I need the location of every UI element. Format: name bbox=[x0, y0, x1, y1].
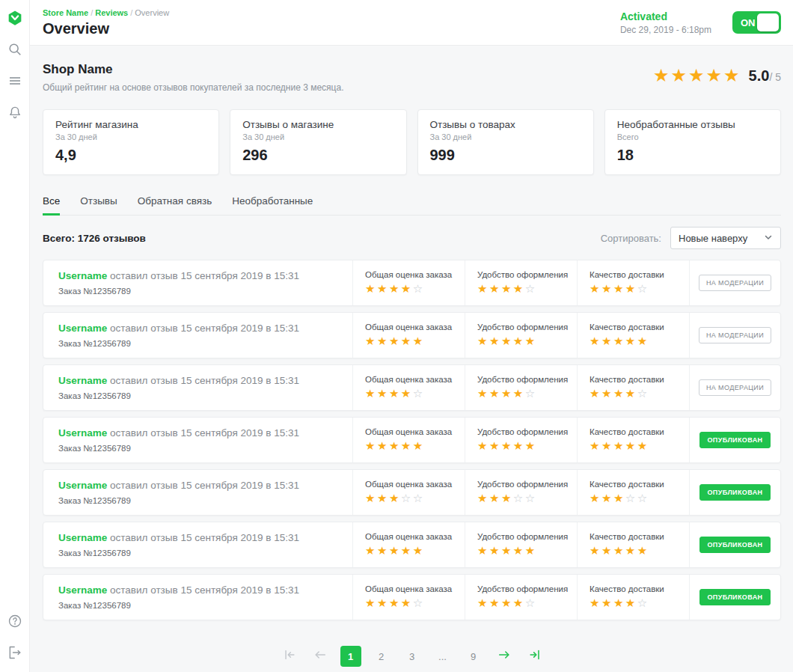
rating-column: Общая оценка заказа ★★★★☆ bbox=[352, 575, 465, 620]
star-filled-icon: ★ bbox=[501, 282, 513, 295]
star-filled-icon: ★ bbox=[613, 596, 625, 609]
prev-page-button[interactable] bbox=[310, 646, 331, 667]
review-order-number: Заказ №12356789 bbox=[58, 496, 352, 505]
menu-button[interactable] bbox=[6, 72, 24, 90]
shop-name: Shop Name bbox=[43, 62, 343, 77]
review-username[interactable]: Username bbox=[58, 584, 107, 596]
star-filled-icon: ★ bbox=[625, 387, 637, 400]
star-filled-icon: ★ bbox=[625, 335, 637, 347]
logout-button[interactable] bbox=[6, 644, 24, 662]
reviews-total: Всего: 1726 отзывов bbox=[43, 233, 146, 244]
rating-column-label: Качество доставки bbox=[590, 480, 689, 489]
first-page-icon bbox=[283, 648, 296, 665]
review-headline: Username оставил отзыв 15 сентября 2019 … bbox=[58, 323, 352, 334]
sort-control: Сортировать: Новые наверху bbox=[601, 227, 781, 249]
rating-column-label: Качество доставки bbox=[590, 427, 689, 436]
breadcrumb-current: Overview bbox=[135, 8, 169, 17]
rating-stars: ★★★★☆ bbox=[590, 596, 689, 610]
review-username[interactable]: Username bbox=[58, 427, 107, 439]
help-button[interactable] bbox=[6, 612, 24, 630]
breadcrumb: Store Name/Reviews/Overview bbox=[43, 8, 169, 17]
rating-stars: ★★★★★ bbox=[365, 335, 465, 348]
activation-toggle[interactable]: ON bbox=[732, 11, 781, 34]
breadcrumb-separator: / bbox=[91, 8, 93, 17]
shop-rating: ★★★★★ 5.0/ 5 bbox=[653, 65, 781, 86]
rating-stars: ★★★★☆ bbox=[590, 282, 689, 296]
breadcrumb-reviews[interactable]: Reviews bbox=[95, 8, 128, 17]
star-filled-icon: ★ bbox=[625, 596, 637, 609]
review-action-text: оставил отзыв 15 сентября 2019 в 15:31 bbox=[110, 270, 299, 281]
page-button-1[interactable]: 1 bbox=[340, 646, 361, 667]
page-button-3[interactable]: 3 bbox=[402, 646, 423, 667]
shop-rating-score: 5.0/ 5 bbox=[749, 67, 781, 85]
review-row[interactable]: Username оставил отзыв 15 сентября 2019 … bbox=[43, 364, 781, 411]
first-page-button[interactable] bbox=[279, 646, 300, 667]
review-row[interactable]: Username оставил отзыв 15 сентября 2019 … bbox=[43, 312, 781, 358]
star-filled-icon: ★ bbox=[613, 387, 625, 400]
tab-all[interactable]: Все bbox=[43, 195, 60, 215]
star-empty-icon: ☆ bbox=[637, 596, 649, 609]
star-filled-icon: ★ bbox=[613, 544, 625, 557]
status-badge: ОПУБЛИКОВАН bbox=[699, 537, 770, 553]
question-mark-icon bbox=[7, 614, 22, 629]
star-filled-icon: ★ bbox=[489, 596, 501, 609]
hamburger-menu-icon bbox=[8, 74, 22, 88]
star-filled-icon: ★ bbox=[477, 544, 489, 557]
star-filled-icon: ★ bbox=[365, 335, 377, 347]
page-button-2[interactable]: 2 bbox=[371, 646, 392, 667]
review-row[interactable]: Username оставил отзыв 15 сентября 2019 … bbox=[43, 260, 781, 306]
star-filled-icon: ★ bbox=[477, 439, 489, 452]
star-filled-icon: ★ bbox=[525, 439, 537, 452]
rating-column-label: Качество доставки bbox=[590, 584, 689, 593]
notifications-button[interactable] bbox=[6, 103, 24, 121]
star-filled-icon: ★ bbox=[590, 596, 601, 609]
review-username[interactable]: Username bbox=[58, 375, 107, 386]
rating-column: Удобство оформления ★★★★☆ bbox=[465, 575, 577, 620]
review-username[interactable]: Username bbox=[58, 270, 107, 281]
page-button-9[interactable]: 9 bbox=[463, 646, 484, 667]
status-badge: НА МОДЕРАЦИИ bbox=[699, 327, 771, 343]
rating-column: Качество доставки ★★★★★ bbox=[577, 313, 689, 358]
rating-column: Общая оценка заказа ★★★★★ bbox=[352, 313, 465, 358]
rating-column: Удобство оформления ★★★★☆ bbox=[465, 260, 577, 305]
star-filled-icon: ★ bbox=[513, 335, 525, 347]
star-filled-icon: ★ bbox=[401, 596, 413, 609]
rating-column-label: Удобство оформления bbox=[477, 375, 577, 384]
review-username[interactable]: Username bbox=[58, 532, 107, 543]
breadcrumb-store-name[interactable]: Store Name bbox=[43, 8, 88, 17]
activation-status: Activated Dec 29, 2019 - 6:18pm bbox=[620, 10, 711, 35]
star-filled-icon: ★ bbox=[489, 439, 501, 452]
star-filled-icon: ★ bbox=[653, 65, 671, 85]
star-filled-icon: ★ bbox=[501, 544, 513, 557]
tab-feedback[interactable]: Обратная связь bbox=[138, 195, 212, 215]
star-filled-icon: ★ bbox=[637, 439, 649, 452]
tab-unprocessed[interactable]: Необработанные bbox=[232, 195, 313, 215]
rating-stars: ★★★★☆ bbox=[365, 282, 465, 296]
review-row[interactable]: Username оставил отзыв 15 сентября 2019 … bbox=[43, 417, 781, 463]
review-row[interactable]: Username оставил отзыв 15 сентября 2019 … bbox=[43, 522, 781, 568]
rating-column: Удобство оформления ★★★★★ bbox=[465, 313, 577, 358]
status-badge: ОПУБЛИКОВАН bbox=[699, 589, 770, 605]
review-row[interactable]: Username оставил отзыв 15 сентября 2019 … bbox=[43, 469, 781, 516]
rating-column-label: Общая оценка заказа bbox=[365, 270, 465, 279]
search-icon bbox=[7, 42, 22, 57]
star-filled-icon: ★ bbox=[525, 544, 537, 557]
sort-dropdown-value: Новые наверху bbox=[679, 233, 747, 244]
rating-column-label: Удобство оформления bbox=[477, 532, 577, 541]
rating-column-label: Общая оценка заказа bbox=[365, 532, 465, 541]
search-button[interactable] bbox=[6, 40, 24, 58]
page-title: Overview bbox=[43, 20, 169, 37]
rating-stars: ★★★★☆ bbox=[590, 387, 689, 400]
review-row[interactable]: Username оставил отзыв 15 сентября 2019 … bbox=[43, 574, 781, 620]
next-page-button[interactable] bbox=[494, 646, 515, 667]
star-filled-icon: ★ bbox=[613, 492, 625, 504]
app-logo[interactable] bbox=[6, 9, 24, 27]
sort-dropdown[interactable]: Новые наверху bbox=[670, 227, 781, 249]
last-page-button[interactable] bbox=[524, 646, 545, 667]
tab-reviews[interactable]: Отзывы bbox=[80, 195, 117, 215]
badge-column: НА МОДЕРАЦИИ bbox=[689, 313, 780, 358]
review-username[interactable]: Username bbox=[58, 323, 107, 334]
review-order-number: Заказ №12356789 bbox=[58, 601, 352, 610]
star-filled-icon: ★ bbox=[365, 492, 377, 504]
review-username[interactable]: Username bbox=[58, 480, 107, 491]
